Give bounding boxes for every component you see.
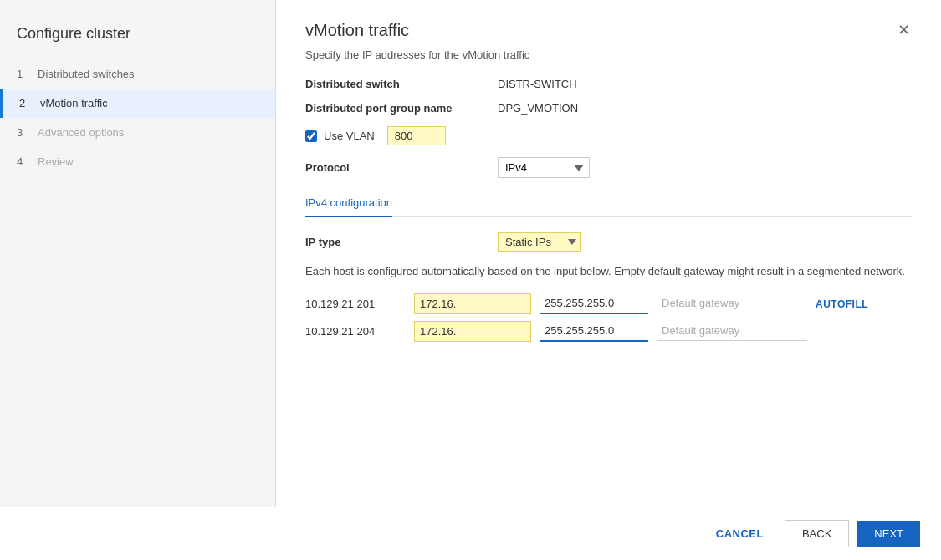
ip-input-1[interactable]	[414, 293, 531, 314]
page-title: vMotion traffic	[305, 21, 409, 40]
port-group-value: DPG_VMOTION	[498, 102, 578, 115]
gateway-input-1[interactable]	[657, 293, 807, 313]
sidebar-title: Configure cluster	[0, 17, 275, 59]
ip-type-row: IP type Static IPs DHCP	[305, 232, 912, 252]
use-vlan-row: Use VLAN	[305, 126, 912, 145]
vlan-input[interactable]	[387, 126, 446, 145]
table-row: 10.129.21.204	[305, 321, 912, 342]
sidebar-item-distributed-switches[interactable]: 1 Distributed switches	[0, 59, 275, 89]
autofill-button[interactable]: AUTOFILL	[816, 298, 868, 310]
use-vlan-label: Use VLAN	[324, 130, 375, 142]
use-vlan-checkbox[interactable]	[305, 130, 317, 142]
protocol-label: Protocol	[305, 161, 498, 174]
distributed-switch-row: Distributed switch DISTR-SWITCH	[305, 78, 912, 90]
step1-label: Distributed switches	[38, 68, 135, 80]
configure-cluster-dialog: Configure cluster 1 Distributed switches…	[0, 0, 941, 560]
host-1: 10.129.21.201	[305, 298, 414, 310]
back-button[interactable]: BACK	[785, 520, 849, 547]
info-text: Each host is configured automatically ba…	[305, 263, 912, 280]
close-button[interactable]: ✕	[896, 21, 912, 39]
main-subtitle: Specify the IP addresses for the vMotion…	[305, 48, 912, 61]
sidebar-item-advanced-options: 3 Advanced options	[0, 118, 275, 147]
step3-num: 3	[17, 126, 29, 139]
sidebar-item-vmotion-traffic[interactable]: 2 vMotion traffic	[0, 89, 275, 118]
footer: CANCEL BACK NEXT	[0, 507, 941, 560]
step4-label: Review	[38, 155, 74, 168]
table-row: 10.129.21.201 AUTOFILL	[305, 293, 912, 314]
port-group-label: Distributed port group name	[305, 102, 498, 115]
main-header: vMotion traffic ✕	[305, 21, 912, 40]
ip-type-label: IP type	[305, 236, 498, 248]
sidebar: Configure cluster 1 Distributed switches…	[0, 0, 276, 560]
distributed-switch-label: Distributed switch	[305, 78, 498, 90]
step4-num: 4	[17, 155, 29, 168]
port-group-row: Distributed port group name DPG_VMOTION	[305, 102, 912, 115]
protocol-row: Protocol IPv4 IPv6	[305, 157, 912, 178]
ip-table: 10.129.21.201 AUTOFILL 10.129.21.	[305, 293, 912, 349]
step1-num: 1	[17, 68, 29, 80]
next-button[interactable]: NEXT	[857, 521, 920, 547]
step3-label: Advanced options	[38, 126, 124, 139]
cancel-button[interactable]: CANCEL	[703, 521, 776, 547]
subnet-input-2[interactable]	[540, 321, 648, 342]
ipv4-tabs: IPv4 configuration	[305, 190, 912, 217]
ip-input-2[interactable]	[414, 321, 531, 342]
step2-num: 2	[19, 97, 32, 109]
sidebar-item-review: 4 Review	[0, 147, 275, 176]
gateway-input-2[interactable]	[657, 321, 807, 341]
distributed-switch-value: DISTR-SWITCH	[498, 78, 577, 90]
tab-ipv4-configuration[interactable]: IPv4 configuration	[305, 190, 392, 217]
host-2: 10.129.21.204	[305, 325, 414, 338]
step2-label: vMotion traffic	[40, 97, 108, 109]
ip-type-select[interactable]: Static IPs DHCP	[498, 232, 581, 252]
main-content: vMotion traffic ✕ Specify the IP address…	[276, 0, 941, 560]
protocol-select[interactable]: IPv4 IPv6	[498, 157, 590, 178]
subnet-input-1[interactable]	[540, 293, 648, 314]
